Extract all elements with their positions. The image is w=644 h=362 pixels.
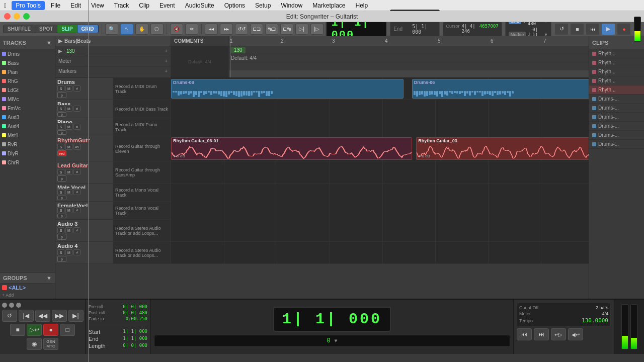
menu-pro-tools[interactable]: Pro Tools: [12, 1, 45, 10]
menu-audiosuite[interactable]: AudioSuite: [181, 1, 218, 10]
track-solo-button-7[interactable]: S: [57, 227, 64, 233]
transport-icon-4[interactable]: ◀↩: [568, 328, 583, 340]
tracks-list-item-mst1[interactable]: Mst1: [0, 131, 55, 140]
end-sel-button[interactable]: |▷: [310, 24, 324, 35]
track-mute-button-8[interactable]: M: [65, 249, 72, 255]
minimize-window-button[interactable]: [14, 13, 20, 20]
track-wv-button-2[interactable]: cl: [73, 124, 80, 130]
clip-list-item-9[interactable]: Drums-...: [589, 131, 644, 140]
track-record-button-3[interactable]: red: [57, 150, 66, 156]
track-solo-button-1[interactable]: S: [57, 106, 64, 112]
clip-list-item-1[interactable]: Rhyth...: [589, 58, 644, 67]
menu-view[interactable]: View: [87, 1, 108, 10]
stop-button[interactable]: ■: [570, 23, 584, 35]
transport-midi-button[interactable]: ◉: [27, 338, 42, 350]
track-wv-button-1[interactable]: cl: [73, 106, 80, 112]
track-wv-button-4[interactable]: cl: [73, 169, 80, 175]
track-mute-button-4[interactable]: M: [65, 169, 72, 175]
tracks-list-item-bass[interactable]: Bass: [0, 58, 55, 67]
transport-loop-button[interactable]: ↺: [2, 310, 17, 322]
clip-list-item-5[interactable]: Drums-...: [589, 95, 644, 104]
mute-tool-button[interactable]: 🔇: [170, 24, 183, 35]
track-name-4[interactable]: Lead Guitar: [57, 162, 111, 168]
tab-button[interactable]: ↹⊐: [265, 24, 278, 35]
spot-mode-button[interactable]: SPOT: [35, 25, 57, 33]
tracks-list-item-rvr[interactable]: RvR: [0, 140, 55, 149]
track-solo-button-6[interactable]: S: [57, 207, 64, 213]
track-mute-button-7[interactable]: M: [65, 227, 72, 233]
transport-ffw-button[interactable]: ▶▶: [52, 310, 67, 322]
track-solo-button-8[interactable]: S: [57, 249, 64, 255]
transport-rewind-start-button[interactable]: |◀: [19, 310, 34, 322]
zoom-tool-button[interactable]: 🔍: [105, 24, 118, 35]
track-record-button-7[interactable]: p: [57, 234, 66, 240]
apple-logo-icon[interactable]: : [4, 2, 7, 10]
menu-options[interactable]: Options: [220, 1, 249, 10]
track-wv-button-5[interactable]: cl: [73, 189, 80, 195]
nav-fwd-button[interactable]: ▸▸: [220, 24, 233, 35]
transport-record-button[interactable]: ●: [43, 324, 58, 336]
loop-playback-button[interactable]: ↺: [554, 23, 569, 35]
tracks-list-item-aud3[interactable]: Aud3: [0, 113, 55, 122]
track-name-8[interactable]: Audio 4: [57, 243, 111, 249]
clip-list-item-0[interactable]: Rhyth...: [589, 49, 644, 58]
transport-punch-button[interactable]: □: [60, 324, 75, 336]
tracks-list-item-fmvc[interactable]: FmVc: [0, 104, 55, 113]
tracks-list-item-mlvc[interactable]: MlVc: [0, 95, 55, 104]
track-name-5[interactable]: Male Vocal: [57, 185, 111, 189]
menu-event[interactable]: Event: [155, 1, 179, 10]
transport-icon-2[interactable]: ⏭: [534, 328, 549, 340]
menu-setup[interactable]: Setup: [251, 1, 275, 10]
track-content-4[interactable]: [171, 161, 589, 183]
tracks-list-item-rhg[interactable]: RhG: [0, 76, 55, 85]
track-wv-button-8[interactable]: cl: [73, 249, 80, 255]
menu-file[interactable]: File: [47, 1, 64, 10]
clip-list-item-10[interactable]: Drums-...: [589, 140, 644, 149]
track-mute-button-5[interactable]: M: [65, 189, 72, 195]
track-name-3[interactable]: RhythmGutr: [57, 137, 111, 143]
track-name-7[interactable]: Audio 3: [57, 221, 111, 227]
track-name-0[interactable]: Drums: [57, 79, 111, 85]
clip-list-item-8[interactable]: Drums-...: [589, 122, 644, 131]
menu-window[interactable]: Window: [277, 1, 306, 10]
track-mute-button-1[interactable]: M: [65, 106, 72, 112]
tracks-list[interactable]: DrmsBassPianRhGLdGtMlVcFmVcAud3Aud4Mst1R…: [0, 49, 55, 272]
tracks-collapse-icon[interactable]: ▼: [46, 40, 52, 46]
slip-mode-button[interactable]: SLIP: [57, 25, 77, 33]
track-record-button-0[interactable]: p: [57, 92, 66, 98]
tracks-list-item-ldgt[interactable]: LdGt: [0, 85, 55, 95]
transport-play-button[interactable]: ▷↩: [27, 324, 42, 336]
track-content-3[interactable]: Rhythm Guitar_06-01♦ 0 dBRhythm Guitar_0…: [171, 136, 589, 161]
ruler[interactable]: 1 2 3 4 5 6 7 8 130 Default: 4/4: [229, 36, 589, 77]
track-record-button-5[interactable]: p: [57, 196, 66, 200]
menu-clip[interactable]: Clip: [135, 1, 153, 10]
loop-button[interactable]: ↺↺: [235, 24, 248, 35]
punch-button[interactable]: ⊏⊐: [250, 24, 263, 35]
track-content-7[interactable]: [171, 220, 589, 241]
float-close-icon[interactable]: [2, 303, 7, 308]
track-mute-button-3[interactable]: M: [65, 144, 72, 150]
transport-stop-button[interactable]: ■: [10, 324, 25, 336]
menu-help[interactable]: Help: [352, 1, 372, 10]
close-window-button[interactable]: [4, 13, 11, 20]
track-name-1[interactable]: Bass: [57, 101, 111, 105]
fullscreen-window-button[interactable]: [23, 13, 30, 20]
pencil-tool-button[interactable]: ✏: [185, 24, 198, 35]
tempo-expand-icon[interactable]: ▶: [58, 48, 62, 54]
record-button[interactable]: ●: [617, 23, 631, 35]
play-sel-button[interactable]: ▷|: [295, 24, 308, 35]
clip-list-item-7[interactable]: Drums-...: [589, 113, 644, 122]
menu-edit[interactable]: Edit: [66, 1, 85, 10]
shuffle-mode-button[interactable]: SHUFFLE: [4, 25, 35, 33]
track-solo-button-4[interactable]: S: [57, 169, 64, 175]
track-wv-button-3[interactable]: wv: [73, 144, 80, 150]
nav-back-button[interactable]: ◂◂: [205, 24, 218, 35]
clip-drums-06[interactable]: Drums-06: [412, 79, 589, 99]
track-wv-button-6[interactable]: cl: [73, 207, 80, 213]
groups-collapse-icon[interactable]: ▼: [46, 275, 52, 281]
tracks-list-item-aud4[interactable]: Aud4: [0, 122, 55, 131]
clip-list-item-2[interactable]: Rhyth...: [589, 67, 644, 76]
meter-add-button[interactable]: +: [165, 58, 168, 64]
tempo-add-button[interactable]: +: [165, 48, 168, 54]
menu-track[interactable]: Track: [110, 1, 133, 10]
